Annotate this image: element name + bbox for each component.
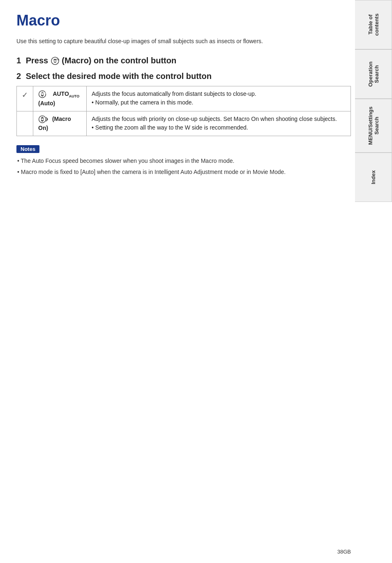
desc-cell-macro: Adjusts the focus with priority on close… bbox=[87, 111, 351, 136]
svg-point-7 bbox=[42, 118, 43, 120]
note-2: Macro mode is fixed to [Auto] when the c… bbox=[17, 167, 351, 176]
tab-operation-search[interactable]: OperationSearch bbox=[355, 49, 392, 99]
step-2-number: 2 bbox=[16, 72, 21, 81]
tab-menu-settings-search[interactable]: MENU/SettingsSearch bbox=[355, 99, 392, 153]
step-1-number: 1 bbox=[16, 56, 21, 65]
notes-box: Notes The Auto Focus speed becomes slowe… bbox=[16, 145, 351, 176]
mode-cell-auto: AUTO AUTOAUTO (Auto) bbox=[33, 86, 87, 111]
step-1: 1 Press AUTO (Macro) on the control butt… bbox=[16, 55, 351, 66]
step-2-text: Select the desired mode with the control… bbox=[26, 72, 212, 81]
check-cell-macro bbox=[17, 111, 33, 136]
tab-index[interactable]: Index bbox=[355, 153, 392, 202]
step-1-text: Press AUTO (Macro) on the control button bbox=[26, 56, 176, 65]
intro-text: Use this setting to capture beautiful cl… bbox=[16, 37, 351, 46]
mode-cell-macro: (Macro On) bbox=[33, 111, 87, 136]
modes-table: ✓ AUTO AUTOAUTO (Auto) Adjusts the focus… bbox=[16, 86, 351, 137]
macro-on-icon bbox=[38, 115, 49, 124]
sidebar-tabs: Table ofcontents OperationSearch MENU/Se… bbox=[355, 0, 392, 563]
table-row: (Macro On) Adjusts the focus with priori… bbox=[17, 111, 351, 136]
note-1: The Auto Focus speed becomes slower when… bbox=[17, 156, 351, 165]
auto-mode-icon: AUTO bbox=[38, 90, 50, 99]
main-content: Macro Use this setting to capture beauti… bbox=[16, 12, 351, 206]
tab-table-of-contents[interactable]: Table ofcontents bbox=[355, 0, 392, 49]
macro-bullets: Setting the zoom all the way to the W si… bbox=[92, 123, 346, 132]
auto-bullets: Normally, put the camera in this mode. bbox=[92, 98, 346, 107]
page-number: 38GB bbox=[337, 549, 351, 555]
table-row: ✓ AUTO AUTOAUTO (Auto) Adjusts the focus… bbox=[17, 86, 351, 111]
auto-bullet-1: Normally, put the camera in this mode. bbox=[92, 98, 346, 107]
desc-cell-auto: Adjusts the focus automatically from dis… bbox=[87, 86, 351, 111]
notes-content: The Auto Focus speed becomes slower when… bbox=[16, 156, 351, 176]
notes-label: Notes bbox=[16, 145, 39, 153]
page-title: Macro bbox=[16, 12, 351, 29]
svg-text:AUTO: AUTO bbox=[41, 92, 46, 94]
step-2: 2 Select the desired mode with the contr… bbox=[16, 70, 351, 82]
svg-text:AUTO: AUTO bbox=[53, 58, 59, 61]
macro-bullet-1: Setting the zoom all the way to the W si… bbox=[92, 123, 346, 132]
check-cell-auto: ✓ bbox=[17, 86, 33, 111]
macro-icon-step1: AUTO bbox=[51, 56, 60, 65]
